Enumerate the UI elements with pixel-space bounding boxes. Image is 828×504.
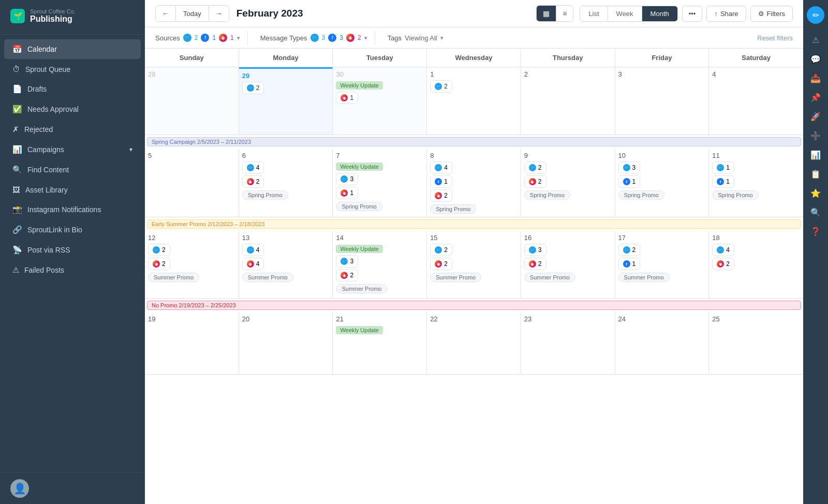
prev-month-button[interactable]: ← <box>156 6 176 21</box>
weekly-update-chip[interactable]: Weekly Update <box>336 326 382 334</box>
analytics-icon[interactable]: 📊 <box>810 150 821 160</box>
post-chip-tw[interactable]: 🐦 3 <box>336 173 358 185</box>
cell-jan30[interactable]: 30 Weekly Update ◉ 1 <box>333 67 427 135</box>
cell-feb1[interactable]: 1 🐦 2 <box>427 67 521 135</box>
cell-feb6[interactable]: 6 🐦 4 ◉ 2 Spring Promo <box>239 149 333 217</box>
week-tab[interactable]: Week <box>608 6 642 21</box>
cell-feb16[interactable]: 16 🐦 3 ◉ 2 Summer Promo <box>521 231 615 298</box>
list-tab[interactable]: List <box>580 6 608 21</box>
post-chip-ig[interactable]: ◉ 2 <box>524 258 546 270</box>
publishing-icon[interactable]: 🚀 <box>810 112 821 122</box>
cell-feb9[interactable]: 9 🐦 2 ◉ 2 Spring Promo <box>521 149 615 217</box>
cell-feb20[interactable]: 20 <box>239 312 333 374</box>
promo-chip[interactable]: Spring Promo <box>242 190 288 200</box>
alert-icon[interactable]: ⚠ <box>812 35 819 45</box>
post-chip-fb[interactable]: f 1 <box>618 175 641 188</box>
promo-chip[interactable]: Spring Promo <box>430 204 476 214</box>
cell-feb13[interactable]: 13 🐦 4 ◉ 4 Summer Promo <box>239 231 333 298</box>
post-chip[interactable]: ◉ 1 <box>336 92 358 104</box>
post-chip-tw[interactable]: 🐦 3 <box>336 255 358 268</box>
post-chip-ig[interactable]: ◉ 2 <box>524 175 546 188</box>
cell-feb25[interactable]: 25 <box>709 312 803 374</box>
sidebar-item-needs-approval[interactable]: ✅ Needs Approval <box>4 99 141 119</box>
post-chip-ig[interactable]: ◉ 2 <box>242 175 264 188</box>
cell-jan29-today[interactable]: 29 🐦 2 <box>239 67 333 135</box>
sidebar-item-sprout-queue[interactable]: ⏱ Sprout Queue <box>4 60 141 79</box>
cell-feb18[interactable]: 18 🐦 4 ◉ 2 <box>709 231 803 298</box>
post-chip-tw[interactable]: 🐦 2 <box>430 244 452 256</box>
sidebar-item-post-via-rss[interactable]: 📡 Post via RSS <box>4 240 141 260</box>
avatar[interactable]: 👤 <box>10 479 29 498</box>
post-chip-fb[interactable]: f 1 <box>430 175 452 188</box>
post-chip-tw[interactable]: 🐦 4 <box>242 161 264 174</box>
compose-button[interactable]: ✏ <box>807 6 824 24</box>
post-chip-tw[interactable]: 🐦 2 <box>618 244 641 256</box>
promo-chip[interactable]: Summer Promo <box>148 273 199 282</box>
post-chip[interactable]: 🐦 2 <box>242 82 264 94</box>
post-chip-tw[interactable]: 🐦 3 <box>618 161 641 174</box>
list-view-button[interactable]: ≡ <box>556 6 573 21</box>
star-icon[interactable]: ⭐ <box>810 188 821 198</box>
post-chip-tw[interactable]: 🐦 2 <box>524 161 546 174</box>
grid-view-button[interactable]: ▦ <box>537 6 556 21</box>
cell-feb12[interactable]: 12 🐦 2 ◉ 2 Summer Promo <box>145 231 239 298</box>
sidebar-item-drafts[interactable]: 📄 Drafts <box>4 79 141 99</box>
reset-filters-button[interactable]: Reset filters <box>757 34 793 42</box>
sources-filter[interactable]: Sources 🐦 2 f 1 ◉ 1 ▾ <box>155 31 248 45</box>
cell-feb14[interactable]: 14 Weekly Update 🐦 3 ◉ 2 Summer Promo <box>333 231 427 298</box>
post-chip-ig[interactable]: ◉ 1 <box>336 187 358 199</box>
cell-jan28[interactable]: 28 <box>145 67 239 135</box>
post-chip-tw[interactable]: 🐦 4 <box>712 244 734 256</box>
search-icon[interactable]: 🔍 <box>810 207 821 217</box>
cell-feb4[interactable]: 4 <box>709 67 803 135</box>
add-icon[interactable]: ➕ <box>810 131 821 141</box>
month-tab[interactable]: Month <box>642 6 677 21</box>
cell-feb2[interactable]: 2 <box>521 67 615 135</box>
sidebar-item-failed-posts[interactable]: ⚠ Failed Posts <box>4 260 141 280</box>
inbox-icon[interactable]: 📥 <box>810 73 821 83</box>
weekly-update-chip[interactable]: Weekly Update <box>336 81 382 90</box>
post-chip-fb[interactable]: f 1 <box>618 258 641 270</box>
sidebar-item-sproutlink-in-bio[interactable]: 🔗 SproutLink in Bio <box>4 220 141 240</box>
post-chip-tw[interactable]: 🐦 1 <box>712 161 734 174</box>
next-month-button[interactable]: → <box>209 6 229 21</box>
tasks-icon[interactable]: 📋 <box>810 169 821 179</box>
pin-icon[interactable]: 📌 <box>810 93 821 102</box>
promo-chip[interactable]: Summer Promo <box>524 273 575 282</box>
post-chip-ig[interactable]: ◉ 4 <box>242 258 264 270</box>
cell-feb11[interactable]: 11 🐦 1 f 1 Spring Promo <box>709 149 803 217</box>
campaign-strip-summer[interactable]: Early Summer Promo 2/12/2023 – 2/18/2023 <box>145 217 803 231</box>
more-options-button[interactable]: ••• <box>682 6 703 22</box>
cell-feb21[interactable]: 21 Weekly Update <box>333 312 427 374</box>
promo-chip[interactable]: Spring Promo <box>712 190 758 200</box>
cell-feb17[interactable]: 17 🐦 2 f 1 Summer Promo <box>615 231 709 298</box>
promo-chip[interactable]: Summer Promo <box>430 273 481 282</box>
post-chip-ig[interactable]: ◉ 2 <box>430 189 452 202</box>
cell-feb8[interactable]: 8 🐦 4 f 1 ◉ 2 Spring Promo <box>427 149 521 217</box>
post-chip-ig[interactable]: ◉ 2 <box>336 269 358 281</box>
promo-chip[interactable]: Summer Promo <box>336 284 387 293</box>
post-chip-tw[interactable]: 🐦 3 <box>524 244 546 256</box>
post-chip-tw[interactable]: 🐦 2 <box>148 244 170 256</box>
post-chip-fb[interactable]: f 1 <box>712 175 734 188</box>
share-button[interactable]: ↑ Share <box>706 6 746 22</box>
campaign-strip-spring[interactable]: Spring Campaign 2/5/2023 – 2/11/2023 <box>145 135 803 149</box>
today-button[interactable]: Today <box>176 6 209 21</box>
cell-feb3[interactable]: 3 <box>615 67 709 135</box>
sidebar-item-calendar[interactable]: 📅 Calendar <box>4 39 141 59</box>
cell-feb19[interactable]: 19 <box>145 312 239 374</box>
tags-filter[interactable]: Tags Viewing All ▾ <box>381 32 451 45</box>
cell-feb10[interactable]: 10 🐦 3 f 1 Spring Promo <box>615 149 709 217</box>
promo-chip[interactable]: Summer Promo <box>618 273 670 282</box>
promo-chip[interactable]: Summer Promo <box>242 273 293 282</box>
weekly-update-chip[interactable]: Weekly Update <box>336 245 382 253</box>
sidebar-item-campaigns[interactable]: 📊 Campaigns ▾ <box>4 140 141 159</box>
post-chip-ig[interactable]: ◉ 2 <box>712 258 734 270</box>
messages-icon[interactable]: 💬 <box>810 54 821 64</box>
post-chip-ig[interactable]: ◉ 2 <box>148 258 170 270</box>
post-chip-tw[interactable]: 🐦 4 <box>242 244 264 256</box>
sidebar-item-asset-library[interactable]: 🖼 Asset Library <box>4 180 141 199</box>
cell-feb5[interactable]: 5 <box>145 149 239 217</box>
promo-chip[interactable]: Spring Promo <box>618 190 664 200</box>
cell-feb23[interactable]: 23 <box>521 312 615 374</box>
